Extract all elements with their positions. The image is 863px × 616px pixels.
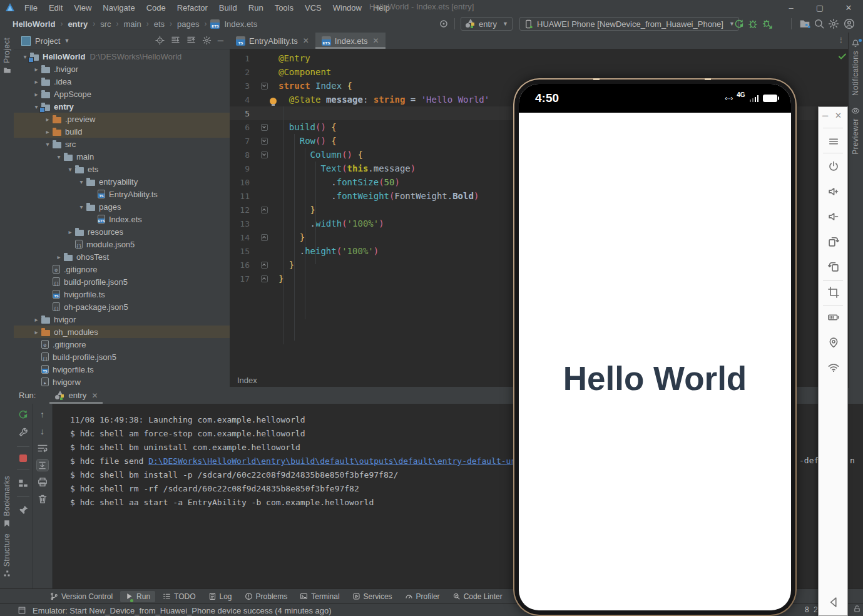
soft-wrap-icon[interactable] [37, 443, 48, 454]
sidebar-tab-project[interactable]: Project [0, 38, 14, 74]
restore-layout-icon[interactable] [18, 478, 29, 489]
tree-item-ohostest[interactable]: ▸ohosTest [14, 250, 230, 263]
stop-process-icon[interactable] [19, 454, 27, 462]
tree-item-src[interactable]: ▾src [14, 138, 230, 150]
breadcrumb-item[interactable]: ets [153, 19, 166, 29]
sidebar-tab-bookmarks[interactable]: Bookmarks [0, 476, 14, 527]
menu-item-window[interactable]: Window [327, 2, 367, 14]
hide-panel-icon[interactable]: ─ [218, 36, 223, 45]
volume-up-button[interactable] [827, 185, 840, 198]
attach-debugger-button[interactable] [762, 18, 773, 29]
chevron-expanded-icon[interactable]: ▾ [76, 178, 86, 185]
sidebar-tab-notifications[interactable]: Notifications [849, 38, 862, 95]
close-icon[interactable]: ✕ [834, 0, 863, 15]
tool-window-button-log[interactable]: Log [203, 591, 237, 602]
fold-close-icon[interactable] [261, 275, 268, 282]
fold-open-icon[interactable] [261, 83, 268, 90]
chevron-collapsed-icon[interactable]: ▸ [65, 228, 75, 235]
menu-button[interactable] [827, 135, 840, 148]
console-file-link[interactable]: D:\DESWorks\HelloWorld\entry\build\defau… [148, 456, 516, 466]
fold-open-icon[interactable] [261, 138, 268, 145]
chevron-collapsed-icon[interactable]: ▸ [31, 316, 41, 323]
tool-window-button-terminal[interactable]: Terminal [295, 591, 344, 602]
back-button[interactable] [827, 595, 840, 609]
intention-bulb-icon[interactable] [270, 98, 277, 105]
pin-icon[interactable] [18, 505, 29, 516]
breadcrumb-item[interactable]: HelloWorld [11, 19, 56, 29]
tree-item-hvigor[interactable]: ▸hvigor [14, 313, 230, 326]
debug-button[interactable] [747, 18, 758, 29]
tool-window-button-services[interactable]: Services [347, 591, 397, 602]
editor-options-kebab-icon[interactable]: ⁞ [840, 36, 845, 45]
sidebar-tab-structure[interactable]: Structure [0, 533, 14, 577]
collapse-all-icon[interactable] [186, 36, 196, 45]
account-avatar-icon[interactable] [844, 18, 855, 29]
power-button[interactable] [827, 160, 840, 173]
crop-button[interactable] [827, 285, 840, 299]
tree-item--gitignore[interactable]: ⊘.gitignore [14, 263, 230, 275]
tree-item-entryability-ts[interactable]: TSEntryAbility.ts [14, 188, 230, 200]
inspections-ok-check-icon[interactable] [837, 51, 847, 61]
tree-item-oh-package-json5[interactable]: { }oh-package.json5 [14, 300, 230, 313]
wifi-button[interactable] [827, 361, 840, 374]
close-tab-icon[interactable]: ✕ [303, 36, 309, 45]
chevron-expanded-icon[interactable]: ▾ [65, 166, 75, 173]
breadcrumb-item[interactable]: pages [176, 19, 200, 29]
tree-item-main[interactable]: ▾main [14, 150, 230, 163]
panel-minimize-icon[interactable]: ─ [822, 111, 828, 120]
breadcrumb-item[interactable]: entry [66, 19, 89, 29]
volume-down-button[interactable] [827, 210, 840, 223]
maximize-icon[interactable]: ▢ [805, 0, 834, 15]
location-button[interactable] [827, 336, 840, 349]
menu-item-view[interactable]: View [68, 2, 97, 14]
tree-item-helloworld[interactable]: ▾HelloWorldD:\DESWorks\HelloWorld [14, 50, 230, 63]
fold-open-icon[interactable] [261, 124, 268, 131]
tree-item-pages[interactable]: ▾pages [14, 200, 230, 213]
tool-window-button-problems[interactable]: Problems [240, 591, 293, 602]
chevron-collapsed-icon[interactable]: ▸ [43, 116, 53, 123]
clear-console-trash-icon[interactable] [37, 493, 48, 505]
tool-window-button-todo[interactable]: TODO [158, 591, 200, 602]
tree-item-build-profile-json5[interactable]: { }build-profile.json5 [14, 351, 230, 363]
up-stack-trace-icon[interactable]: ↑ [37, 409, 48, 420]
wrench-icon[interactable] [18, 428, 29, 439]
chevron-collapsed-icon[interactable]: ▸ [54, 254, 64, 260]
tree-item-entryability[interactable]: ▾entryability [14, 175, 230, 188]
run-config-selector[interactable]: entry ▼ [461, 17, 513, 31]
run-button[interactable] [733, 18, 745, 29]
preview-target-icon[interactable] [438, 18, 449, 29]
breadcrumb-item[interactable]: main [123, 19, 143, 29]
breadcrumb-item[interactable]: src [99, 19, 112, 29]
close-tab-icon[interactable]: ✕ [373, 36, 379, 45]
fold-close-icon[interactable] [261, 207, 268, 213]
tree-item--preview[interactable]: ▸.preview [14, 113, 230, 125]
tree-item-build-profile-json5[interactable]: { }build-profile.json5 [14, 275, 230, 288]
editor-tab-index-ets[interactable]: ETSIndex.ets✕ [315, 33, 386, 49]
chevron-collapsed-icon[interactable]: ▸ [31, 329, 41, 336]
chevron-expanded-icon[interactable]: ▾ [54, 153, 64, 160]
menu-item-vcs[interactable]: VCS [299, 2, 327, 14]
tree-item-entry[interactable]: ▾entry [14, 100, 230, 113]
rerun-icon[interactable] [18, 409, 29, 420]
tree-item-index-ets[interactable]: ETSIndex.ets [14, 213, 230, 225]
tree-item-hvigorw[interactable]: ▸hvigorw [14, 376, 230, 387]
print-icon[interactable] [37, 476, 48, 488]
tree-item--hvigor[interactable]: ▸.hvigor [14, 63, 230, 75]
menu-item-refactor[interactable]: Refactor [171, 2, 213, 14]
device-selector[interactable]: HUAWEI Phone [NewDevice_from_Huawei_Phon… [519, 17, 739, 31]
tree-item-resources[interactable]: ▸resources [14, 225, 230, 238]
sidebar-tab-previewer[interactable]: Previewer [849, 106, 862, 155]
tool-window-button-run[interactable]: Run [120, 591, 155, 602]
settings-gear-icon[interactable] [828, 18, 839, 29]
minimize-icon[interactable]: – [777, 0, 805, 15]
battery-button[interactable] [827, 311, 840, 324]
fold-close-icon[interactable] [261, 262, 268, 269]
phone-screen[interactable]: 4:50 ‹··› 4G Hello World [519, 84, 791, 610]
menu-item-code[interactable]: Code [141, 2, 171, 14]
chevron-expanded-icon[interactable]: ▾ [43, 141, 53, 148]
close-icon[interactable]: ✕ [91, 391, 98, 400]
editor-tab-entryability-ts[interactable]: TSEntryAbility.ts✕ [230, 33, 315, 49]
run-tab-entry[interactable]: entry ✕ [49, 387, 103, 404]
chevron-collapsed-icon[interactable]: ▸ [31, 66, 41, 73]
search-icon[interactable] [814, 18, 825, 29]
